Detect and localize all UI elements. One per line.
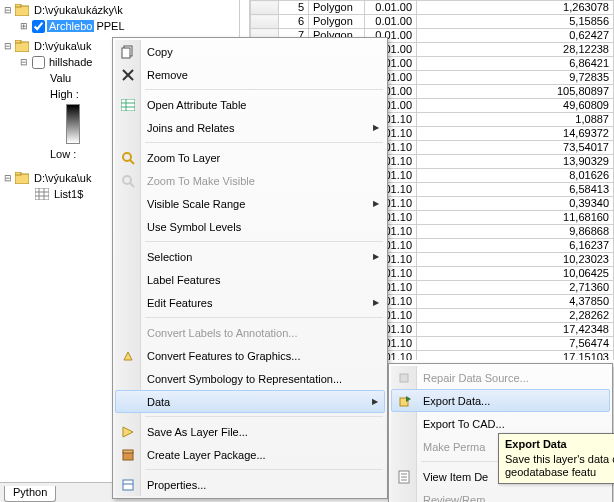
cell-id[interactable]: 6: [279, 15, 309, 29]
cell-value[interactable]: 2,71360: [417, 281, 614, 295]
menu-properties[interactable]: Properties...: [115, 473, 385, 496]
svg-point-21: [123, 176, 131, 184]
cell-value[interactable]: 0,39340: [417, 197, 614, 211]
menu-open-attribute-table[interactable]: Open Attribute Table: [115, 93, 385, 116]
layer-visibility-checkbox[interactable]: [32, 56, 45, 69]
cell-value[interactable]: 105,80897: [417, 85, 614, 99]
cell-value[interactable]: 14,69372: [417, 127, 614, 141]
table-row[interactable]: 6Polygon0.01.005,15856: [251, 15, 614, 29]
cell-id[interactable]: 5: [279, 1, 309, 15]
svg-rect-15: [121, 99, 135, 111]
svg-marker-24: [123, 427, 133, 437]
folder-icon: [14, 170, 30, 186]
convert-icon: [120, 325, 136, 341]
menu-selection[interactable]: Selection▶: [115, 245, 385, 268]
menu-data[interactable]: Data▶: [115, 390, 385, 413]
layer-context-menu: Copy Remove Open Attribute Table Joins a…: [112, 37, 388, 499]
cell-value[interactable]: 9,72835: [417, 71, 614, 85]
svg-point-19: [123, 153, 131, 161]
export-icon: [397, 393, 413, 409]
menu-remove[interactable]: Remove: [115, 63, 385, 86]
raster-gradient-swatch: [66, 104, 80, 144]
zoom-icon: [120, 150, 136, 166]
package-icon: [120, 447, 136, 463]
folder-icon: [14, 38, 30, 54]
cell-value[interactable]: 4,37850: [417, 295, 614, 309]
menu-save-as-layer-file[interactable]: Save As Layer File...: [115, 420, 385, 443]
toc-layer[interactable]: ⊞ ArchleboPPEL: [0, 18, 239, 34]
menu-convert-graphics[interactable]: Convert Features to Graphics...: [115, 344, 385, 367]
cell-value[interactable]: 0,62427: [417, 29, 614, 43]
menu-label-features[interactable]: Label Features: [115, 268, 385, 291]
menu-joins-relates[interactable]: Joins and Relates▶: [115, 116, 385, 139]
cell-value[interactable]: 10,23023: [417, 253, 614, 267]
cell-value[interactable]: 1,263078: [417, 1, 614, 15]
submenu-export-to-cad[interactable]: Export To CAD...: [391, 412, 610, 435]
cell-value[interactable]: 9,86868: [417, 225, 614, 239]
properties-icon: [120, 477, 136, 493]
cell-value[interactable]: 6,86421: [417, 57, 614, 71]
cell-value[interactable]: 6,58413: [417, 183, 614, 197]
cell-value[interactable]: 73,54017: [417, 141, 614, 155]
menu-visible-scale-range[interactable]: Visible Scale Range▶: [115, 192, 385, 215]
tooltip-body: Save this layer's data or geodatabase fe…: [505, 453, 614, 479]
tab-python[interactable]: Python: [4, 486, 56, 502]
cell-shape[interactable]: Polygon: [309, 1, 365, 15]
submenu-export-data[interactable]: Export Data...: [391, 389, 610, 412]
collapse-icon[interactable]: ⊟: [2, 5, 14, 15]
layer-label-selected: Archlebo: [47, 20, 94, 32]
cell-shape[interactable]: Polygon: [309, 15, 365, 29]
cell-value[interactable]: 1,0887: [417, 113, 614, 127]
submenu-repair-data-source: Repair Data Source...: [391, 366, 610, 389]
group-label: D:\výuka\uk: [32, 40, 93, 52]
document-icon: [396, 469, 412, 485]
row-header[interactable]: [251, 15, 279, 29]
svg-rect-26: [123, 450, 133, 453]
cell-code[interactable]: 0.01.00: [365, 15, 417, 29]
zoom-icon: [120, 173, 136, 189]
menu-convert-labels: Convert Labels to Annotation...: [115, 321, 385, 344]
cell-value[interactable]: 8,01626: [417, 169, 614, 183]
cell-value[interactable]: 2,28262: [417, 309, 614, 323]
cell-value[interactable]: 5,15856: [417, 15, 614, 29]
menu-zoom-to-layer[interactable]: Zoom To Layer: [115, 146, 385, 169]
cell-value[interactable]: 7,56474: [417, 337, 614, 351]
cell-value[interactable]: 17,42348: [417, 323, 614, 337]
table-icon: [34, 186, 50, 202]
row-header[interactable]: [251, 1, 279, 15]
menu-use-symbol-levels[interactable]: Use Symbol Levels: [115, 215, 385, 238]
menu-convert-symbology[interactable]: Convert Symbology to Representation...: [115, 367, 385, 390]
table-label: List1$: [52, 188, 85, 200]
cell-value[interactable]: 11,68160: [417, 211, 614, 225]
svg-rect-5: [15, 172, 21, 175]
svg-rect-1: [15, 4, 21, 7]
menu-copy[interactable]: Copy: [115, 40, 385, 63]
table-row[interactable]: 5Polygon0.01.001,263078: [251, 1, 614, 15]
layer-label: hillshade: [47, 56, 94, 68]
cell-value[interactable]: 17,15103: [417, 351, 614, 361]
expand-icon[interactable]: ⊞: [18, 21, 30, 31]
submenu-arrow-icon: ▶: [373, 199, 379, 208]
folder-icon: [14, 2, 30, 18]
menu-zoom-make-visible: Zoom To Make Visible: [115, 169, 385, 192]
menu-create-layer-package[interactable]: Create Layer Package...: [115, 443, 385, 466]
menu-edit-features[interactable]: Edit Features▶: [115, 291, 385, 314]
cell-value[interactable]: 6,16237: [417, 239, 614, 253]
tooltip: Export Data Save this layer's data or ge…: [498, 433, 614, 484]
group-label: D:\výuka\ukázky\k: [32, 4, 125, 16]
toc-group[interactable]: ⊟ D:\výuka\ukázky\k: [0, 2, 239, 18]
cell-code[interactable]: 0.01.00: [365, 1, 417, 15]
collapse-icon[interactable]: ⊟: [18, 57, 30, 67]
svg-rect-27: [123, 480, 133, 490]
submenu-arrow-icon: ▶: [373, 123, 379, 132]
cell-value[interactable]: 10,06425: [417, 267, 614, 281]
cell-value[interactable]: 13,90329: [417, 155, 614, 169]
collapse-icon[interactable]: ⊟: [2, 173, 14, 183]
collapse-icon[interactable]: ⊟: [2, 41, 14, 51]
cell-value[interactable]: 28,12238: [417, 43, 614, 57]
submenu-arrow-icon: ▶: [373, 252, 379, 261]
cell-value[interactable]: 49,60809: [417, 99, 614, 113]
submenu-arrow-icon: ▶: [372, 397, 378, 406]
layer-visibility-checkbox[interactable]: [32, 20, 45, 33]
submenu-review-rematch: Review/Rem: [391, 488, 610, 502]
